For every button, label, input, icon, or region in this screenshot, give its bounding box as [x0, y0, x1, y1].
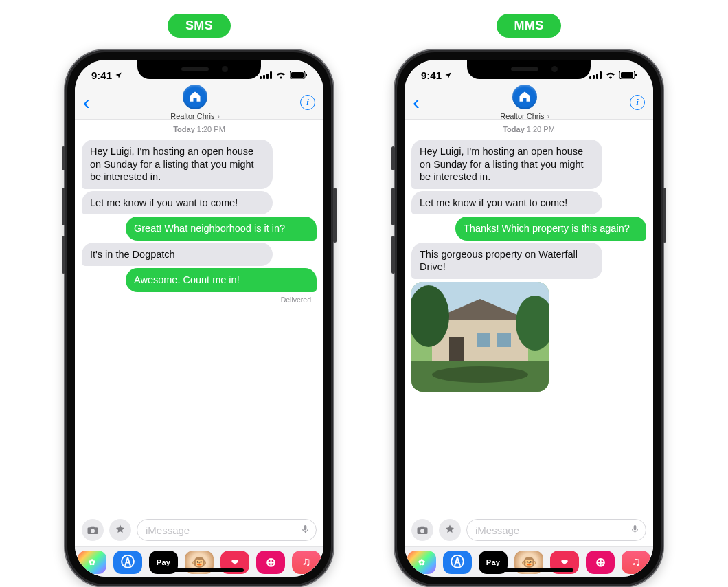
sms-pill: SMS: [168, 14, 231, 38]
delivered-label: Delivered: [82, 294, 317, 304]
compose-bar: iMessage: [75, 513, 323, 546]
camera-button[interactable]: [411, 519, 433, 541]
compose-bar: iMessage: [405, 513, 653, 546]
bubble-out[interactable]: Awesome. Count me in!: [126, 268, 317, 292]
app-music[interactable]: ♫: [622, 551, 650, 574]
timeline: Today 1:20 PM: [405, 120, 653, 137]
compose-input[interactable]: iMessage: [137, 519, 317, 541]
battery-icon: [290, 71, 307, 79]
timeline: Today 1:20 PM: [75, 120, 323, 137]
bubble-in[interactable]: Hey Luigi, I'm hosting an open house on …: [82, 140, 273, 189]
app-store[interactable]: Ⓐ: [113, 551, 142, 574]
compose-input[interactable]: iMessage: [466, 519, 646, 541]
svg-rect-1: [263, 75, 265, 79]
app-photos[interactable]: ✿: [78, 551, 106, 574]
mic-icon[interactable]: [300, 522, 310, 538]
bubble-in[interactable]: Let me know if you want to come!: [411, 191, 602, 215]
app-photos[interactable]: ✿: [407, 551, 436, 574]
contact-avatar[interactable]: [183, 85, 207, 109]
bubble-out[interactable]: Thanks! Which property is this again?: [455, 217, 646, 241]
svg-rect-6: [306, 74, 307, 76]
contact-avatar[interactable]: [512, 85, 537, 109]
svg-rect-18: [449, 337, 464, 361]
nav-bar: ‹ Realtor Chris › i: [405, 90, 653, 120]
svg-rect-19: [477, 333, 490, 347]
appstore-button[interactable]: [439, 519, 461, 541]
nav-bar: ‹ Realtor Chris › i: [75, 90, 323, 120]
phone-sms: 9:41: [65, 50, 333, 586]
mms-image-bubble[interactable]: [411, 282, 549, 392]
home-indicator[interactable]: [484, 568, 573, 572]
cell-signal-icon: [589, 71, 602, 79]
app-strip[interactable]: ✿ Ⓐ Pay 🐵 ❤ ⊕ ♫: [405, 546, 653, 577]
chat-sms[interactable]: Hey Luigi, I'm hosting an open house on …: [75, 137, 323, 513]
back-button[interactable]: ‹: [83, 92, 90, 113]
chevron-right-icon: ›: [547, 113, 549, 120]
svg-rect-10: [600, 71, 602, 79]
bubble-in[interactable]: This gorgeous property on Waterfall Driv…: [411, 243, 602, 279]
sms-column: SMS 9:41: [65, 14, 333, 586]
info-button[interactable]: i: [300, 95, 315, 110]
wifi-icon: [275, 71, 286, 79]
app-store[interactable]: Ⓐ: [443, 551, 472, 574]
camera-button[interactable]: [82, 519, 104, 541]
chat-mms[interactable]: Hey Luigi, I'm hosting an open house on …: [405, 137, 653, 513]
location-icon: [115, 71, 122, 79]
info-button[interactable]: i: [630, 95, 645, 110]
location-icon: [444, 71, 452, 79]
svg-rect-7: [589, 76, 591, 79]
appstore-button[interactable]: [109, 519, 131, 541]
svg-rect-5: [291, 72, 304, 78]
svg-rect-3: [270, 71, 272, 79]
compose-placeholder: iMessage: [146, 524, 190, 536]
svg-point-24: [432, 366, 528, 383]
compose-placeholder: iMessage: [475, 524, 519, 536]
bubble-out[interactable]: Great! What neighborhood is it in?: [126, 217, 317, 241]
app-images[interactable]: ⊕: [256, 551, 285, 574]
svg-rect-20: [497, 333, 511, 347]
bubble-in[interactable]: Let me know if you want to come!: [82, 191, 273, 215]
battery-icon: [619, 71, 637, 79]
home-indicator[interactable]: [155, 568, 244, 572]
bubble-in[interactable]: It's in the Dogpatch: [82, 243, 273, 267]
svg-rect-0: [260, 76, 262, 79]
chevron-right-icon: ›: [217, 113, 219, 120]
svg-rect-2: [266, 74, 269, 79]
wifi-icon: [605, 71, 616, 79]
cell-signal-icon: [260, 71, 272, 79]
phone-mms: 9:41: [395, 50, 663, 586]
comparison-stage: SMS 9:41: [0, 0, 728, 586]
svg-rect-9: [596, 74, 598, 79]
notch: [467, 60, 591, 79]
back-button[interactable]: ‹: [413, 92, 420, 113]
mic-icon[interactable]: [630, 522, 640, 538]
app-images[interactable]: ⊕: [586, 551, 615, 574]
status-time: 9:41: [91, 69, 112, 81]
app-music[interactable]: ♫: [292, 551, 321, 574]
svg-rect-8: [593, 75, 595, 79]
app-strip[interactable]: ✿ Ⓐ Pay 🐵 ❤ ⊕ ♫: [75, 546, 323, 577]
mms-column: MMS 9:41: [395, 14, 663, 586]
svg-rect-12: [621, 72, 633, 78]
notch: [137, 60, 261, 79]
mms-pill: MMS: [497, 14, 562, 38]
status-time: 9:41: [421, 69, 442, 81]
svg-rect-13: [635, 74, 637, 76]
bubble-in[interactable]: Hey Luigi, I'm hosting an open house on …: [411, 140, 602, 189]
